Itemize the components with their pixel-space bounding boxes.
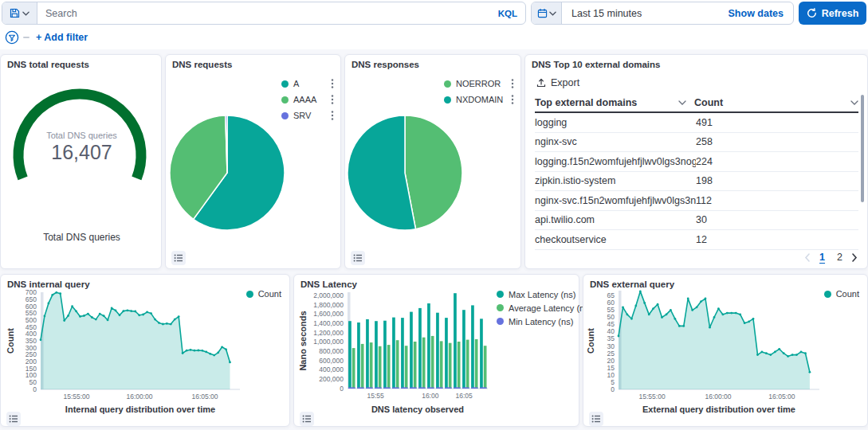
svg-text:1,800,000: 1,800,000 [313,301,344,309]
svg-text:1,000,000: 1,000,000 [313,338,344,346]
panel-top-external-domains: DNS Top 10 external domains Export Top e… [524,54,868,269]
legend-toggle-button[interactable] [171,251,186,265]
chevron-down-icon [678,100,686,105]
legend-menu-icon[interactable] [511,94,514,105]
table-row: nginx-svc258 [535,133,858,153]
saved-query-menu-button[interactable] [2,2,37,24]
legend-menu-icon[interactable] [331,94,334,105]
legend-label: Average Latency (ns) [509,303,591,313]
legend: A AAAA SRV [281,76,334,123]
filter-menu-icon[interactable] [5,30,19,45]
legend-menu-icon[interactable] [511,78,514,89]
legend-label: Min Latency (ns) [509,317,591,326]
svg-text:30: 30 [607,342,615,350]
domain-cell: api.twilio.com [535,214,696,225]
filter-menu-divider [23,37,29,38]
svg-text:400,000: 400,000 [319,366,344,373]
legend-dot [281,112,289,119]
panel-dns-latency: DNS Latency 0200,000400,000600,000800,00… [293,274,579,427]
panel-dns-requests: DNS requests A AAAA SRV [165,54,341,269]
domain-cell: logging [535,117,696,128]
domain-cell: zipkin.istio-system [535,175,696,186]
legend-menu-icon[interactable] [331,110,334,121]
svg-text:40: 40 [607,327,615,335]
legend-item-count[interactable]: Count [246,286,281,302]
svg-text:450: 450 [26,323,37,331]
save-icon [10,8,20,18]
sort-header-count[interactable]: Count [694,97,858,108]
previous-page-button[interactable] [804,253,811,262]
legend-item-noerror[interactable]: NOERROR [444,76,514,92]
query-bar: KQL Last 15 minutes Show dates [0,0,868,27]
svg-text:350: 350 [26,337,37,345]
list-icon [302,414,312,424]
legend-item-min-latency[interactable]: Min Latency (ns) [497,315,591,328]
chevron-down-icon [549,11,556,16]
table-row: logging.f15n2womfujehfjlwv0lgs3nog....22… [535,152,858,172]
svg-text:15:55: 15:55 [367,392,385,400]
svg-text:1,600,000: 1,600,000 [313,310,344,318]
svg-text:45: 45 [607,320,615,328]
legend-item-nxdomain[interactable]: NXDOMAIN [444,92,514,108]
chevron-down-icon [850,100,858,105]
legend-item-aaaa[interactable]: AAAA [281,92,334,108]
export-label: Export [551,77,579,88]
svg-text:50: 50 [29,378,37,386]
add-filter-button[interactable]: + Add filter [36,32,88,43]
panel-dns-external-query: DNS external query 051015202530354045505… [583,274,868,427]
list-icon [174,253,183,263]
legend-item-a[interactable]: A [281,76,334,92]
export-button[interactable]: Export [536,77,579,88]
time-range-value[interactable]: Last 15 minutes [562,2,719,24]
table-scrollbar[interactable] [861,95,864,202]
search-input[interactable] [37,2,490,24]
pagination: 1 2 [804,251,858,264]
x-axis-title: Internal query distribution over time [41,405,240,414]
domain-cell: logging.f15n2womfujehfjlwv0lgs3nog.... [535,156,696,167]
svg-text:100: 100 [26,371,37,379]
legend: NOERROR NXDOMAIN [444,76,514,108]
svg-text:400: 400 [26,330,37,338]
legend-toggle-button[interactable] [6,412,21,426]
page-1-button[interactable]: 1 [816,251,828,264]
legend-dot [281,80,289,88]
svg-text:300: 300 [26,344,37,352]
kql-language-button[interactable]: KQL [490,2,525,24]
legend-toggle-button[interactable] [300,412,314,426]
sort-header-domains[interactable]: Top external domains [535,97,694,108]
legend-item-srv[interactable]: SRV [281,108,334,123]
page-2-button[interactable]: 2 [834,251,846,264]
date-picker-menu-button[interactable] [532,2,562,24]
x-axis-title: DNS latency observed [346,405,489,414]
svg-text:16:05:00: 16:05:00 [191,393,218,401]
svg-text:15: 15 [607,364,615,372]
next-page-button[interactable] [851,253,858,262]
svg-text:0: 0 [611,385,615,393]
refresh-button[interactable]: Refresh [799,2,866,25]
svg-text:16:05: 16:05 [455,392,473,400]
dashboard: KQL Last 15 minutes Show dates [0,0,868,430]
svg-text:600,000: 600,000 [319,357,344,365]
legend-item-max-latency[interactable]: Max Latency (ns) [497,287,591,301]
legend-item-count[interactable]: Count [824,286,859,302]
legend-label: Max Latency (ns) [509,290,591,299]
legend-item-average-latency[interactable]: Average Latency (ns) [497,301,591,315]
chevron-right-icon [851,253,858,262]
table-row: api.twilio.com30 [535,211,858,231]
legend-toggle-button[interactable] [589,412,603,426]
gauge-label: Total DNS queries [1,131,163,140]
gauge-center-text: Total DNS queries 16,407 [1,131,163,164]
show-dates-button[interactable]: Show dates [719,2,793,24]
table-header: Top external domains Count [535,93,858,113]
table-row: zipkin.istio-system198 [535,172,858,192]
legend-toggle-button[interactable] [351,251,365,265]
list-icon [9,414,18,424]
legend-dot [444,80,451,88]
legend: Count [246,286,281,302]
svg-text:16:00: 16:00 [422,392,439,400]
legend-menu-icon[interactable] [331,78,334,89]
svg-text:0: 0 [33,385,37,393]
legend-dot [246,291,253,298]
legend: Count [824,286,859,302]
svg-text:16:05:00: 16:05:00 [768,393,795,401]
